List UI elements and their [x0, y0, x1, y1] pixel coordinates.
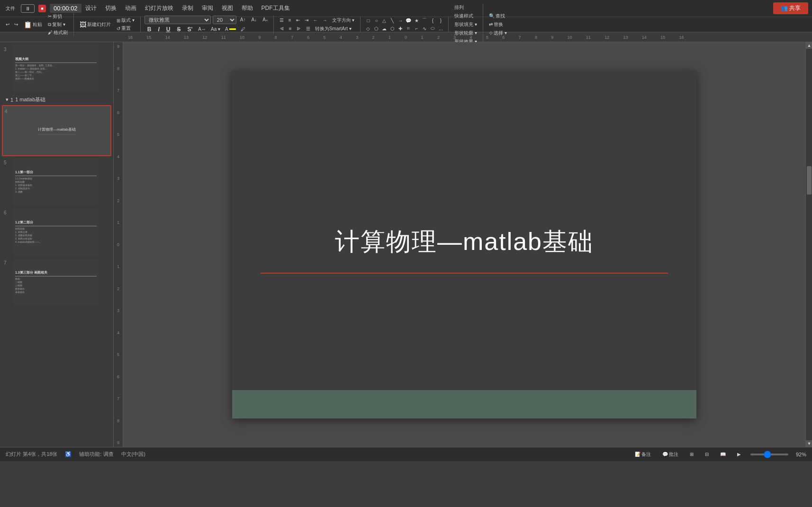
number-list-btn[interactable]: ≡: [287, 17, 293, 23]
file-menu[interactable]: 文件: [4, 5, 17, 12]
quick-styles-button[interactable]: 快速样式: [452, 12, 479, 20]
text-direction-btn[interactable]: 文字方向 ▾: [330, 17, 357, 24]
shape-triangle[interactable]: △: [380, 17, 388, 24]
slide-thumb-3[interactable]: 视频大纲 第一部分：基础操作，矩阵, 工具箱... 1. matlab——基础操…: [13, 45, 99, 92]
layout-button[interactable]: ⊞ 版式 ▾: [115, 17, 136, 24]
shape-hexagon[interactable]: ⬡: [388, 25, 396, 32]
find-button[interactable]: 🔍 查找: [487, 12, 509, 20]
shape-arrow[interactable]: →: [397, 17, 404, 24]
menu-slideshow[interactable]: 幻灯片放映: [141, 2, 177, 14]
menu-animate[interactable]: 动画: [121, 2, 140, 14]
shape-circle[interactable]: ○: [372, 17, 380, 24]
shape-wave[interactable]: ∿: [421, 25, 428, 32]
slide-thumb-6[interactable]: 1.2第二部分 矩阵高级 1. 矩阵运算 2. 函数矩阵高级 3. 矩阵分析进阶…: [13, 208, 99, 256]
pause-button[interactable]: ⏸: [21, 4, 35, 13]
scroll-up-btn[interactable]: ▲: [806, 42, 812, 49]
arrange-button[interactable]: 排列: [452, 4, 479, 11]
shape-diamond[interactable]: ◇: [364, 25, 372, 32]
redo-button[interactable]: ↪: [12, 21, 20, 27]
paste-icon: 📋: [24, 21, 32, 28]
scroll-down-btn[interactable]: ▼: [806, 440, 812, 447]
slide-item-3[interactable]: 3 视频大纲 第一部分：基础操作，矩阵, 工具箱... 1. matlab——基…: [2, 44, 111, 93]
slide-item-7[interactable]: 7 1.3第三部分 画图相关 图表: 二维图 三维图 图形操作 表格操作: [2, 258, 111, 307]
shape-extra[interactable]: …: [437, 25, 444, 32]
smartart-btn[interactable]: 转换为SmartArt ▾: [313, 25, 353, 33]
menu-record[interactable]: 录制: [178, 2, 197, 14]
paste-button[interactable]: 📋 粘贴: [22, 20, 44, 29]
slide-thumb-4[interactable]: 计算物理—matlab基础: [14, 107, 99, 154]
clear-format-btn[interactable]: Aₓ: [261, 17, 270, 23]
cut-button[interactable]: ✂ 剪切: [46, 13, 70, 20]
notes-button[interactable]: 📝 备注: [633, 451, 653, 458]
slide-item-5[interactable]: 5 1.1第一部分 1.1.1matlab基础 矩阵创建 1. 矩阵基本操作 2…: [2, 157, 111, 206]
shape-cloud[interactable]: ☁: [380, 25, 388, 32]
scroll-track[interactable]: [806, 49, 812, 440]
ltr-btn[interactable]: →: [321, 17, 329, 23]
highlight-btn[interactable]: 🖊: [239, 26, 247, 32]
right-scrollbar[interactable]: ▲ ▼: [805, 42, 812, 447]
reading-view-btn[interactable]: 📖: [718, 451, 728, 457]
menu-switch[interactable]: 切换: [101, 2, 120, 14]
decrease-font-btn[interactable]: A↓: [249, 17, 259, 23]
shadow-button[interactable]: S': [184, 25, 195, 34]
reset-button[interactable]: ↺ 重置: [115, 25, 136, 32]
font-color-btn[interactable]: A: [223, 26, 238, 32]
shape-fill-btn[interactable]: 形状填充 ▾: [452, 21, 479, 28]
copy-button[interactable]: ⧉ 复制 ▾: [46, 21, 70, 28]
increase-font-btn[interactable]: A↑: [238, 17, 248, 23]
replace-button[interactable]: ⇄ 替换: [487, 21, 509, 28]
menu-help[interactable]: 帮助: [238, 2, 257, 14]
zoom-slider[interactable]: [750, 454, 788, 455]
slide-item-4[interactable]: 4 计算物理—matlab基础: [2, 105, 111, 156]
justify-btn[interactable]: ☰: [304, 26, 312, 32]
slide-sorter-btn[interactable]: ⊟: [703, 451, 711, 457]
canvas-area[interactable]: 计算物理—matlab基础: [123, 42, 805, 447]
share-button[interactable]: 👥 共享: [773, 2, 808, 14]
menu-review[interactable]: 审阅: [198, 2, 217, 14]
shape-star[interactable]: ★: [413, 17, 420, 24]
shape-callout[interactable]: 💬: [405, 17, 412, 24]
underline-button[interactable]: U: [163, 25, 173, 34]
decrease-indent-btn[interactable]: ⇤: [294, 17, 302, 23]
bold-button[interactable]: B: [144, 25, 154, 34]
bullet-list-btn[interactable]: ☰: [278, 17, 286, 23]
scroll-thumb[interactable]: [807, 166, 812, 195]
language-indicator[interactable]: 中文(中国): [121, 451, 145, 458]
increase-indent-btn[interactable]: ⇥: [303, 17, 310, 23]
shape-rect[interactable]: □: [364, 17, 372, 24]
new-slide-button[interactable]: 🖼 新建幻灯片: [78, 20, 113, 29]
slide-canvas[interactable]: 计算物理—matlab基础: [232, 71, 696, 418]
format-painter-button[interactable]: 🖌 格式刷: [46, 29, 70, 36]
undo-button[interactable]: ↩: [4, 21, 11, 27]
shape-oval[interactable]: ⬭: [429, 25, 436, 32]
slide-item-6[interactable]: 6 1.2第二部分 矩阵高级 1. 矩阵运算 2. 函数矩阵高级 3. 矩阵分析…: [2, 207, 111, 257]
shape-more[interactable]: }: [437, 17, 444, 24]
align-center-btn[interactable]: ≡: [287, 26, 294, 32]
shape-bracket[interactable]: {: [429, 17, 436, 24]
slide-thumb-5[interactable]: 1.1第一部分 1.1.1matlab基础 矩阵创建 1. 矩阵基本操作 2. …: [13, 158, 99, 205]
normal-view-btn[interactable]: ⊞: [688, 451, 695, 457]
shape-cross[interactable]: ✚: [397, 25, 404, 32]
accessibility-status[interactable]: 辅助功能: 调查: [79, 451, 113, 458]
shape-pentagon[interactable]: ⬠: [372, 25, 380, 32]
strikethrough-button[interactable]: S: [174, 25, 183, 34]
font-select[interactable]: 微软雅黑: [144, 16, 211, 24]
slideshow-btn[interactable]: ▶: [735, 451, 743, 457]
align-right-btn[interactable]: ⫸: [295, 26, 303, 32]
shape-brace[interactable]: ⌐: [413, 25, 420, 32]
shape-line[interactable]: ╲: [388, 17, 396, 24]
menu-pdf[interactable]: PDF工具集: [258, 2, 294, 14]
italic-button[interactable]: I: [155, 25, 162, 34]
menu-design[interactable]: 设计: [81, 2, 100, 14]
shape-curved[interactable]: ⌒: [421, 17, 428, 24]
shape-ribbon[interactable]: ⌗: [405, 25, 412, 32]
slide-4-title: 计算物理—matlab基础: [38, 127, 76, 134]
slide-thumb-7[interactable]: 1.3第三部分 画图相关 图表: 二维图 三维图 图形操作 表格操作: [13, 258, 99, 306]
spacing-button[interactable]: A↔: [196, 26, 208, 32]
comments-button[interactable]: 💬 批注: [660, 451, 680, 458]
menu-view[interactable]: 视图: [218, 2, 237, 14]
rtl-btn[interactable]: ←: [311, 17, 320, 23]
font-size-select[interactable]: 20: [213, 16, 236, 24]
case-button[interactable]: Aa ▾: [209, 26, 222, 32]
align-left-btn[interactable]: ⫷: [278, 26, 286, 32]
